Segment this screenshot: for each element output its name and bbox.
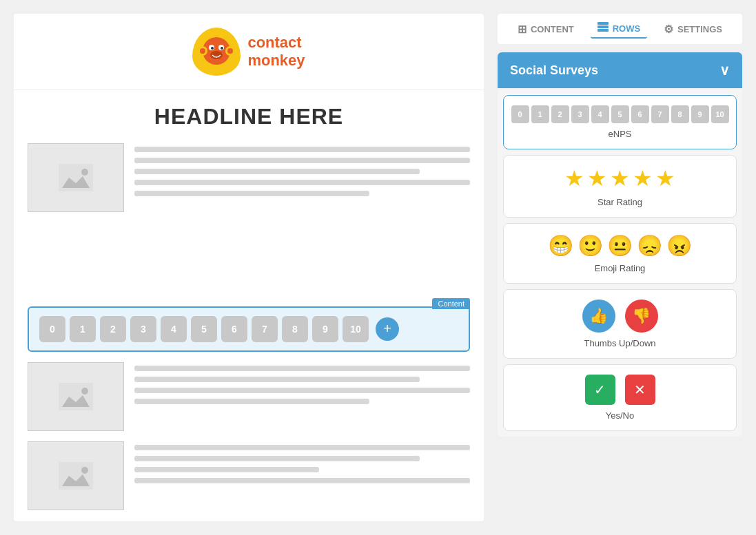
- tab-content[interactable]: ⊞ CONTENT: [511, 20, 581, 39]
- text-line: [134, 456, 420, 461]
- svg-rect-17: [597, 25, 609, 28]
- survey-card-thumbs[interactable]: 👍 👎 Thumbs Up/Down: [503, 289, 737, 359]
- email-content-area-bottom: [14, 362, 484, 522]
- star-2: ★: [587, 165, 607, 191]
- chevron-down-icon: ∨: [719, 62, 730, 78]
- enps-numbers: 0 1 2 3 4 5 6 7 8 9 10: [511, 105, 729, 123]
- content-tab-icon: ⊞: [518, 23, 527, 36]
- svg-rect-16: [597, 22, 609, 25]
- content-row-2: [28, 362, 470, 431]
- emoji-label: Emoji Rating: [595, 263, 646, 273]
- tab-rows-label: ROWS: [613, 23, 640, 34]
- enps-num-6: 6: [631, 105, 649, 123]
- enps-num-3: 3: [571, 105, 589, 123]
- enps-num-5: 5: [611, 105, 629, 123]
- nps-btn-3[interactable]: 3: [130, 316, 156, 342]
- enps-num-7: 7: [651, 105, 669, 123]
- svg-point-5: [210, 51, 223, 59]
- emoji-very-happy: 😁: [548, 233, 573, 258]
- survey-card-yesno[interactable]: ✓ ✕ Yes/No: [503, 364, 737, 431]
- stars-row: ★ ★ ★ ★ ★: [564, 165, 675, 191]
- image-placeholder-2: [28, 362, 124, 431]
- email-content-area: [14, 143, 484, 303]
- text-line: [134, 377, 420, 382]
- nps-btn-4[interactable]: 4: [161, 316, 187, 342]
- thumb-up-icon: 👍: [582, 300, 615, 333]
- thumb-down-icon: 👎: [625, 300, 658, 333]
- content-row-1: [28, 143, 470, 212]
- social-surveys-title: Social Surveys: [510, 63, 598, 78]
- tab-content-label: CONTENT: [531, 24, 574, 34]
- nps-btn-7[interactable]: 7: [252, 316, 278, 342]
- svg-point-9: [227, 48, 233, 54]
- svg-point-13: [81, 388, 88, 395]
- emoji-very-sad: 😠: [666, 233, 692, 258]
- emoji-neutral: 😐: [607, 233, 633, 258]
- tab-rows[interactable]: ROWS: [591, 19, 647, 39]
- svg-point-15: [81, 467, 88, 474]
- svg-rect-18: [597, 29, 609, 32]
- text-line: [134, 147, 470, 152]
- star-3: ★: [610, 165, 630, 191]
- survey-options: 0 1 2 3 4 5 6 7 8 9 10 eNPS ★ ★: [498, 90, 742, 437]
- nps-row[interactable]: 0 1 2 3 4 5 6 7 8 9 10 +: [28, 306, 470, 352]
- thumbs-label: Thumbs Up/Down: [584, 338, 655, 348]
- tab-settings[interactable]: ⚙ SETTINGS: [657, 20, 729, 39]
- svg-point-3: [211, 47, 214, 50]
- enps-num-9: 9: [691, 105, 709, 123]
- emoji-happy: 🙂: [578, 233, 603, 258]
- social-surveys-header[interactable]: Social Surveys ∨: [498, 52, 742, 88]
- yesno-row: ✓ ✕: [585, 375, 655, 405]
- survey-card-emoji[interactable]: 😁 🙂 😐 😞 😠 Emoji Rating: [503, 223, 737, 284]
- text-line: [134, 478, 470, 483]
- enps-num-10: 10: [711, 105, 729, 123]
- survey-card-star[interactable]: ★ ★ ★ ★ ★ Star Rating: [503, 155, 737, 218]
- enps-num-4: 4: [591, 105, 609, 123]
- star-5: ★: [655, 165, 675, 191]
- thumbs-row: 👍 👎: [582, 300, 658, 333]
- tab-settings-label: SETTINGS: [677, 24, 722, 34]
- emoji-row: 😁 🙂 😐 😞 😠: [548, 233, 692, 258]
- rows-tab-icon: [597, 22, 609, 34]
- survey-card-enps[interactable]: 0 1 2 3 4 5 6 7 8 9 10 eNPS: [503, 95, 737, 149]
- text-line: [134, 169, 420, 174]
- nps-btn-6[interactable]: 6: [221, 316, 247, 342]
- nps-btn-0[interactable]: 0: [39, 316, 65, 342]
- nps-btn-10[interactable]: 10: [343, 316, 369, 342]
- right-panel: ⊞ CONTENT ROWS ⚙ SETTINGS: [498, 14, 742, 521]
- enps-num-0: 0: [511, 105, 529, 123]
- svg-point-11: [81, 169, 88, 176]
- logo-badge: [192, 28, 241, 76]
- text-line: [134, 399, 369, 404]
- text-line: [134, 388, 470, 393]
- svg-point-8: [200, 48, 205, 54]
- text-line: [134, 191, 369, 196]
- text-lines-1: [134, 143, 470, 202]
- tabs-bar: ⊞ CONTENT ROWS ⚙ SETTINGS: [498, 14, 742, 44]
- content-row-3: [28, 441, 470, 510]
- nps-btn-9[interactable]: 9: [312, 316, 338, 342]
- text-line: [134, 366, 470, 371]
- nps-add-button[interactable]: +: [376, 317, 399, 341]
- star-1: ★: [564, 165, 584, 191]
- svg-point-4: [221, 47, 223, 50]
- email-headline: HEADLINE HERE: [14, 90, 484, 143]
- text-line: [134, 467, 319, 472]
- email-preview: contact monkey HEADLINE HERE: [14, 14, 484, 521]
- logo-svg: [192, 28, 241, 76]
- star-4: ★: [633, 165, 653, 191]
- nps-btn-8[interactable]: 8: [282, 316, 308, 342]
- nps-btn-2[interactable]: 2: [100, 316, 126, 342]
- settings-tab-icon: ⚙: [664, 23, 673, 36]
- logo-text: contact monkey: [247, 34, 305, 70]
- nps-btn-5[interactable]: 5: [191, 316, 217, 342]
- text-line: [134, 158, 470, 163]
- content-badge: Content: [432, 298, 470, 309]
- text-lines-2: [134, 362, 470, 410]
- enps-num-2: 2: [551, 105, 569, 123]
- nps-btn-1[interactable]: 1: [70, 316, 96, 342]
- enps-num-1: 1: [531, 105, 549, 123]
- image-placeholder-3: [28, 441, 124, 510]
- app-container: contact monkey HEADLINE HERE: [0, 0, 756, 535]
- text-lines-3: [134, 441, 470, 489]
